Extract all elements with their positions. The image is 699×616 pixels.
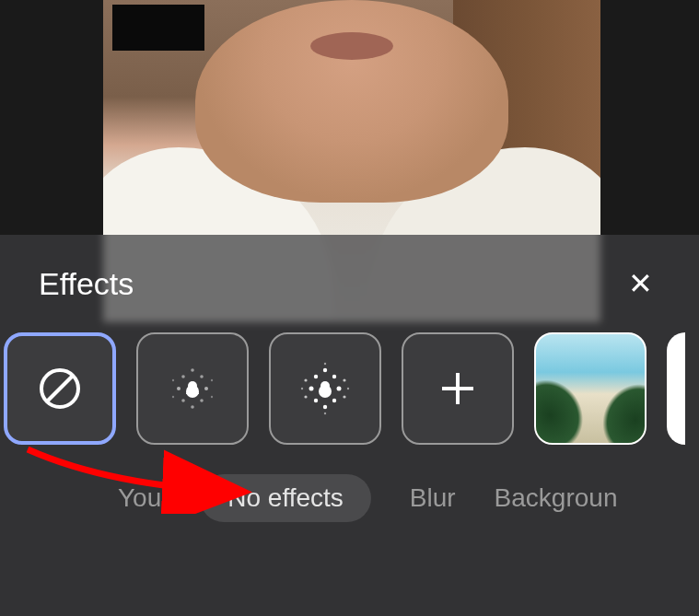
svg-point-10 — [200, 399, 204, 402]
chip-blur[interactable]: Blur — [410, 483, 456, 513]
chip-you[interactable]: You — [118, 483, 161, 513]
effect-tile-add[interactable] — [402, 332, 514, 445]
svg-point-27 — [343, 378, 345, 381]
svg-point-11 — [191, 405, 194, 409]
effects-title: Effects — [39, 266, 134, 302]
svg-point-19 — [337, 387, 342, 391]
effects-panel: Effects ✕ — [0, 235, 699, 616]
chip-no-effects[interactable]: No effects — [200, 474, 371, 522]
svg-point-30 — [301, 388, 303, 389]
no-effect-icon — [38, 366, 82, 411]
tv-bg-element — [112, 5, 204, 51]
close-icon: ✕ — [628, 267, 653, 300]
palm-decoration — [534, 367, 596, 445]
chip-backgrounds[interactable]: Backgroun — [495, 483, 618, 513]
svg-point-23 — [314, 399, 318, 402]
effect-tile-none[interactable] — [4, 332, 116, 445]
svg-point-12 — [172, 379, 174, 381]
svg-point-20 — [314, 375, 318, 378]
svg-line-1 — [47, 376, 73, 401]
svg-point-17 — [320, 381, 330, 390]
effect-category-chips: You No effects Blur Backgroun — [0, 445, 699, 522]
svg-point-18 — [309, 387, 314, 391]
svg-point-32 — [324, 363, 326, 365]
svg-point-3 — [188, 381, 197, 390]
svg-point-14 — [172, 396, 174, 398]
svg-point-24 — [332, 399, 336, 402]
effect-tile-beach-bg[interactable] — [534, 332, 647, 445]
palm-decoration — [590, 373, 647, 445]
svg-point-5 — [204, 387, 208, 390]
svg-point-15 — [211, 396, 213, 398]
svg-point-9 — [181, 399, 185, 402]
svg-point-13 — [211, 379, 213, 381]
blur-strong-icon — [293, 356, 357, 421]
lips — [310, 32, 393, 60]
svg-point-8 — [191, 368, 194, 372]
svg-point-31 — [347, 388, 349, 389]
svg-point-26 — [304, 378, 307, 381]
blur-light-icon — [160, 356, 225, 421]
plus-icon — [438, 369, 477, 408]
svg-point-33 — [324, 413, 326, 414]
svg-point-22 — [323, 368, 327, 372]
svg-point-4 — [177, 387, 181, 390]
effect-tile-blur-light[interactable] — [136, 332, 249, 445]
person-face — [195, 0, 508, 203]
svg-point-29 — [343, 395, 345, 398]
effect-tiles-row — [0, 332, 699, 445]
svg-point-21 — [332, 375, 336, 378]
effect-tile-blur-strong[interactable] — [269, 332, 381, 445]
svg-point-7 — [200, 375, 204, 378]
svg-point-25 — [323, 405, 327, 409]
svg-point-6 — [181, 375, 185, 378]
svg-point-28 — [304, 395, 307, 398]
close-button[interactable]: ✕ — [621, 262, 660, 305]
effects-header: Effects ✕ — [0, 262, 699, 305]
effect-tile-next-bg[interactable] — [667, 332, 685, 445]
